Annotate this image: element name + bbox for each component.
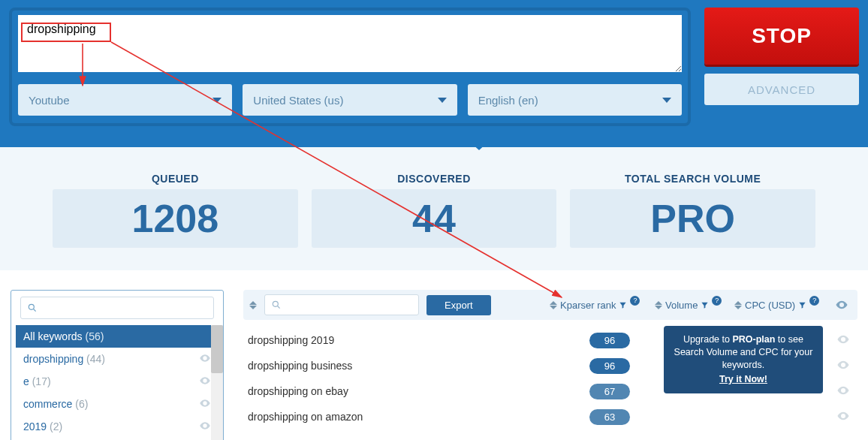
sidebar-search[interactable] — [20, 297, 214, 319]
stat-queued-value: 1208 — [53, 189, 298, 248]
eye-icon[interactable] — [199, 352, 211, 366]
column-kparser-rank[interactable]: Kparser rank ? — [550, 300, 647, 311]
svg-line-3 — [278, 306, 280, 309]
scrollbar-thumb[interactable] — [211, 325, 223, 373]
sidebar-item-name: dropshipping — [23, 353, 83, 365]
sort-caret-icon — [655, 301, 662, 309]
rank-badge: 96 — [589, 358, 630, 374]
country-select-label: United States (us) — [253, 94, 343, 107]
sidebar-item-e[interactable]: e (17) — [16, 370, 219, 393]
stat-queued-label: QUEUED — [53, 173, 298, 185]
stop-button[interactable]: STOP — [704, 8, 859, 65]
keyword-cell: dropshipping on amazon — [248, 411, 560, 423]
eye-icon — [835, 298, 848, 312]
country-select[interactable]: United States (us) — [243, 84, 457, 116]
rank-badge: 63 — [589, 409, 630, 425]
help-icon[interactable]: ? — [809, 296, 819, 306]
filter-icon[interactable] — [619, 301, 627, 309]
sidebar-item-name: commerce — [23, 398, 72, 410]
eye-icon[interactable] — [833, 384, 853, 399]
eye-icon[interactable] — [199, 375, 211, 389]
results-search-input[interactable] — [286, 300, 412, 311]
rank-badge: 96 — [589, 333, 630, 348]
sidebar-item-count: (56) — [85, 330, 104, 342]
search-icon — [27, 303, 38, 313]
sidebar-scrollbar[interactable] — [211, 325, 223, 440]
sidebar-item-count: (6) — [75, 398, 88, 410]
table-row[interactable]: dropshipping on amazon63 — [243, 404, 857, 429]
eye-icon[interactable] — [199, 397, 211, 411]
chevron-down-icon — [212, 98, 222, 103]
svg-line-1 — [34, 309, 36, 312]
stat-volume-value: PRO — [570, 189, 815, 248]
sort-caret-icon — [550, 301, 557, 309]
sidebar-item-commerce[interactable]: commerce (6) — [16, 393, 219, 415]
column-visibility[interactable] — [832, 298, 851, 312]
export-button[interactable]: Export — [426, 295, 491, 315]
sort-caret-icon[interactable] — [249, 301, 257, 309]
keyword-cell: dropshipping business — [248, 360, 560, 372]
chevron-down-icon — [438, 98, 447, 103]
sort-caret-icon — [734, 301, 742, 309]
column-cpc[interactable]: CPC (USD) ? — [734, 300, 824, 311]
language-select[interactable]: English (en) — [468, 84, 682, 116]
filter-icon[interactable] — [701, 301, 709, 309]
sidebar-item-2019[interactable]: 2019 (2) — [16, 415, 219, 438]
pointer-nib-icon — [463, 135, 496, 150]
search-icon — [271, 300, 282, 310]
sidebar-item-all-keywords[interactable]: All keywords (56) — [16, 325, 219, 348]
svg-point-2 — [273, 301, 278, 306]
column-volume[interactable]: Volume ? — [655, 300, 727, 311]
stat-discovered-label: DISCOVERED — [312, 173, 557, 185]
sidebar-item-name: All keywords — [23, 330, 83, 342]
sidebar-search-input[interactable] — [42, 303, 207, 314]
keyword-sidebar: All keywords (56)dropshipping (44)e (17)… — [11, 290, 224, 440]
filter-icon[interactable] — [798, 301, 806, 309]
upgrade-callout: Upgrade to PRO-plan to see Search Volume… — [664, 326, 823, 393]
stat-volume-label: TOTAL SEARCH VOLUME — [570, 173, 815, 185]
eye-icon[interactable] — [833, 358, 853, 374]
language-select-label: English (en) — [478, 94, 538, 107]
rank-badge: 67 — [589, 384, 630, 399]
advanced-button[interactable]: ADVANCED — [704, 74, 859, 105]
keyword-cell: dropshipping on ebay — [248, 385, 560, 397]
help-icon[interactable]: ? — [712, 296, 722, 306]
eye-icon[interactable] — [833, 409, 853, 425]
platform-select-label: Youtube — [29, 94, 70, 107]
platform-select[interactable]: Youtube — [18, 84, 232, 116]
keyword-cell: dropshipping 2019 — [248, 334, 560, 346]
stat-discovered-value: 44 — [312, 189, 557, 248]
sidebar-item-count: (2) — [50, 420, 62, 432]
help-icon[interactable]: ? — [630, 296, 640, 306]
sidebar-item-name: 2019 — [23, 420, 47, 432]
sidebar-item-count: (44) — [86, 353, 105, 365]
query-input[interactable] — [18, 15, 682, 72]
sidebar-item-count: (17) — [32, 375, 51, 387]
sidebar-item-dropshipping[interactable]: dropshipping (44) — [16, 348, 219, 370]
eye-icon[interactable] — [199, 420, 211, 434]
sidebar-item-name: e — [23, 375, 29, 387]
chevron-down-icon — [662, 98, 671, 103]
results-search[interactable] — [264, 294, 419, 315]
try-it-now-link[interactable]: Try it Now! — [673, 373, 814, 386]
svg-point-0 — [29, 304, 34, 309]
eye-icon[interactable] — [833, 333, 853, 348]
